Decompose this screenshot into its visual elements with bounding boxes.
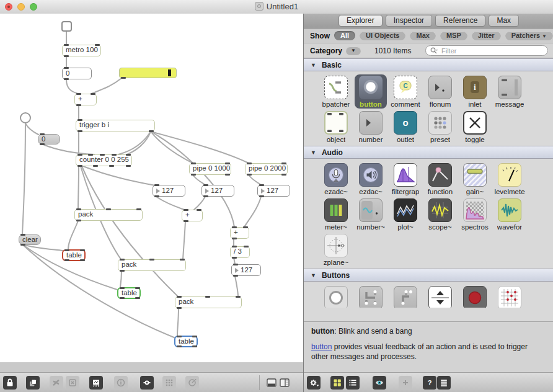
ezadc-icon: [324, 163, 348, 187]
palette-item-ezadc[interactable]: ezadc~: [320, 162, 352, 196]
object-box-table-green[interactable]: table: [117, 287, 141, 299]
palette-item-number-sig[interactable]: number~: [355, 197, 387, 231]
palette-item-ggate[interactable]: ggate: [355, 285, 387, 308]
grid-view-icon[interactable]: [330, 376, 344, 390]
outlet-mark: [120, 297, 125, 299]
palette-item-filtergraph[interactable]: filtergrap: [389, 162, 422, 196]
palette-item-function[interactable]: function: [424, 162, 456, 196]
outlet-mark: [192, 345, 197, 347]
palette-item-scope[interactable]: scope~: [424, 197, 456, 231]
palette-item-meter[interactable]: meter~: [320, 197, 352, 231]
filter-pill-jitter[interactable]: Jitter: [472, 31, 501, 40]
tab-max[interactable]: Max: [489, 15, 519, 27]
section-header-buttons[interactable]: ▼Buttons: [304, 269, 553, 282]
palette-item-button-selected[interactable]: button: [355, 74, 387, 109]
grid-icon[interactable]: [162, 376, 176, 390]
presentation-icon[interactable]: [89, 376, 103, 390]
filter-pill-max[interactable]: Max: [410, 31, 435, 40]
palette-item-button2[interactable]: button: [320, 285, 352, 308]
number-box-top[interactable]: 0: [62, 68, 92, 79]
palette-item-inlet[interactable]: i inlet: [459, 74, 491, 109]
dial-icon[interactable]: [185, 376, 199, 390]
message-box-clear[interactable]: clear: [19, 234, 41, 245]
object-box-pipe2[interactable]: pipe 0 2000: [245, 163, 288, 175]
object-box-pipe1[interactable]: pipe 0 1000: [189, 163, 231, 175]
eye-icon[interactable]: [373, 376, 386, 390]
section-header-basic[interactable]: ▼Basic: [304, 58, 553, 71]
palette-item-message[interactable]: message: [493, 74, 526, 109]
toggle-object[interactable]: [61, 21, 72, 32]
object-box-table-blue[interactable]: table: [174, 336, 198, 347]
palette-item-zplane[interactable]: zplane~: [320, 233, 352, 267]
ezdac-icon: [359, 163, 383, 187]
palette-item-number[interactable]: number: [355, 110, 387, 144]
palette-item-led[interactable]: led: [459, 285, 491, 308]
add-icon[interactable]: [399, 376, 412, 390]
inlet-mark: [180, 259, 185, 261]
info-icon[interactable]: [114, 376, 128, 390]
search-input[interactable]: [440, 47, 543, 55]
number-triangle-icon: [205, 189, 209, 194]
filter-pill-patchers[interactable]: Patchers▼: [505, 31, 553, 40]
object-box-plus2[interactable]: +: [182, 210, 203, 221]
bang-button-object[interactable]: [20, 112, 31, 123]
filter-pill-msp[interactable]: MSP: [440, 31, 467, 40]
filter-pill-ui-objects[interactable]: UI Objects: [360, 31, 405, 40]
object-box-table-red[interactable]: table: [62, 249, 86, 261]
number-box-127d[interactable]: 127: [231, 264, 261, 276]
outlet-mark: [76, 220, 81, 221]
object-box-pack2[interactable]: pack: [118, 259, 186, 271]
cleanup-icon[interactable]: [66, 376, 79, 390]
reference-icon[interactable]: [437, 376, 451, 390]
palette-item-toggle[interactable]: toggle: [459, 110, 491, 144]
number-box-127a[interactable]: 127: [153, 185, 185, 197]
console-toggle-icon[interactable]: [265, 376, 278, 390]
gear-menu-icon[interactable]: [307, 376, 321, 390]
palette-item-bpatcher[interactable]: bpatcher: [320, 74, 352, 109]
palette-item-levelmeter[interactable]: levelmete: [493, 162, 526, 196]
object-box-trigger[interactable]: trigger b i: [76, 120, 155, 131]
palette-item-incdec[interactable]: incdec: [424, 285, 456, 308]
search-field[interactable]: [425, 45, 548, 56]
palette-item-matrixctrl[interactable]: matrixctrl: [493, 285, 526, 308]
palette-item-gswitch[interactable]: gswitch: [389, 285, 422, 308]
probe-icon[interactable]: [140, 376, 154, 390]
palette-item-waveform[interactable]: wavefor: [493, 197, 526, 231]
palette-item-gain[interactable]: gain~: [459, 162, 491, 196]
object-box-pack1[interactable]: pack: [74, 209, 143, 221]
section-header-audio[interactable]: ▼Audio: [304, 146, 553, 159]
palette-item-outlet[interactable]: o outlet: [389, 110, 422, 144]
list-view-icon[interactable]: [346, 376, 360, 390]
patchcords-icon[interactable]: [50, 376, 63, 390]
palette-item-ezdac[interactable]: ezdac~: [355, 162, 387, 196]
object-box-plus3[interactable]: +: [230, 227, 249, 239]
slider-thumb[interactable]: [168, 69, 171, 76]
tab-inspector[interactable]: Inspector: [386, 15, 432, 27]
palette-item-comment[interactable]: C comment: [389, 74, 422, 109]
object-box-counter[interactable]: counter 0 0 255: [76, 154, 132, 166]
help-icon[interactable]: ?: [423, 376, 436, 390]
message-box-zero[interactable]: 0: [38, 134, 60, 145]
category-dropdown-button[interactable]: ▼: [346, 47, 361, 55]
button-reference-link[interactable]: button: [311, 342, 332, 351]
palette-item-spectroscope[interactable]: spectros: [459, 197, 491, 231]
object-icon: [324, 111, 348, 135]
object-box-div3[interactable]: / 3: [230, 246, 250, 258]
hslider-object[interactable]: [119, 68, 177, 78]
patcher-canvas[interactable]: metro 100 0 + trigger b i 0 counter 0 0 …: [0, 14, 303, 362]
tab-explorer[interactable]: Explorer: [338, 15, 383, 27]
filter-pill-all[interactable]: All: [334, 31, 355, 40]
layers-icon[interactable]: [26, 376, 40, 390]
object-box-pack3[interactable]: pack: [175, 296, 242, 308]
number-box-127b[interactable]: 127: [201, 185, 234, 197]
palette-item-plot[interactable]: plot~: [389, 197, 422, 231]
object-box-plus1[interactable]: +: [74, 94, 97, 105]
object-box-metro[interactable]: metro 100: [62, 45, 101, 56]
palette-item-preset[interactable]: preset: [424, 110, 456, 144]
tab-reference[interactable]: Reference: [435, 15, 485, 27]
lock-icon[interactable]: [3, 376, 17, 390]
number-box-127c[interactable]: 127: [257, 185, 290, 197]
palette-item-object[interactable]: object: [320, 110, 352, 144]
palette-item-flonum[interactable]: flonum: [424, 74, 456, 109]
sidebar-toggle-icon[interactable]: [278, 376, 291, 390]
